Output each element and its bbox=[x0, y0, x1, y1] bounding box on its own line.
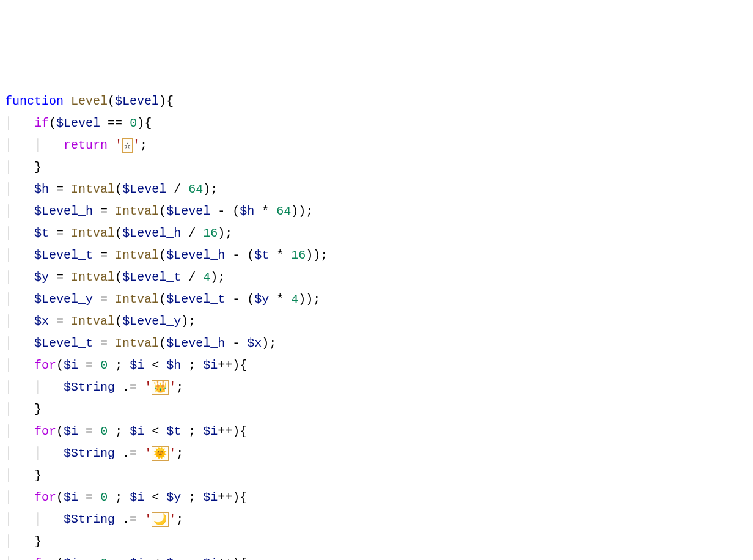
var-y: $y bbox=[166, 490, 181, 504]
crown-icon: 👑 bbox=[152, 380, 169, 395]
var-string: $String bbox=[64, 512, 115, 526]
var-i: $i bbox=[130, 556, 144, 560]
moon-icon: 🌙 bbox=[152, 512, 169, 527]
function-name: Level bbox=[71, 94, 108, 108]
number-zero: 0 bbox=[100, 424, 108, 438]
var-level: $Level bbox=[166, 204, 210, 218]
star-outline-icon: ☆ bbox=[122, 138, 133, 153]
var-i: $i bbox=[130, 424, 144, 438]
number-16: 16 bbox=[291, 248, 306, 262]
fn-intval: Intval bbox=[115, 248, 159, 262]
var-level-h: $Level_h bbox=[166, 248, 225, 262]
var-i: $i bbox=[203, 490, 218, 504]
var-h: $h bbox=[34, 182, 49, 196]
var-level-y: $Level_y bbox=[34, 292, 93, 306]
var-x: $x bbox=[34, 314, 49, 328]
number-64: 64 bbox=[276, 204, 291, 218]
var-t: $t bbox=[34, 226, 49, 240]
fn-intval: Intval bbox=[71, 314, 115, 328]
var-level: $Level bbox=[56, 116, 100, 130]
fn-intval: Intval bbox=[71, 182, 115, 196]
fn-intval: Intval bbox=[71, 226, 115, 240]
var-level: $Level bbox=[122, 182, 166, 196]
number-zero: 0 bbox=[100, 556, 108, 560]
fn-intval: Intval bbox=[71, 270, 115, 284]
var-x: $x bbox=[166, 556, 181, 560]
keyword-for: for bbox=[34, 490, 56, 504]
var-level-t: $Level_t bbox=[166, 292, 225, 306]
var-h: $h bbox=[166, 358, 181, 372]
number-64: 64 bbox=[188, 182, 203, 196]
number-zero: 0 bbox=[100, 490, 108, 504]
var-level-h: $Level_h bbox=[34, 204, 93, 218]
fn-intval: Intval bbox=[115, 204, 159, 218]
var-i: $i bbox=[203, 358, 218, 372]
var-i: $i bbox=[203, 424, 218, 438]
var-i: $i bbox=[130, 358, 144, 372]
var-level-y: $Level_y bbox=[122, 314, 181, 328]
var-level-t: $Level_t bbox=[34, 248, 93, 262]
code-block: function Level($Level){ │ if($Level == 0… bbox=[5, 90, 748, 560]
var-i: $i bbox=[64, 556, 78, 560]
number-zero: 0 bbox=[130, 116, 137, 130]
var-h: $h bbox=[240, 204, 254, 218]
sun-icon: 🌞 bbox=[152, 446, 169, 461]
keyword-return: return bbox=[64, 138, 108, 152]
number-16: 16 bbox=[203, 226, 218, 240]
fn-intval: Intval bbox=[115, 336, 159, 350]
keyword-function: function bbox=[5, 94, 64, 108]
var-i: $i bbox=[64, 358, 78, 372]
var-i: $i bbox=[64, 490, 78, 504]
number-zero: 0 bbox=[100, 358, 108, 372]
var-i: $i bbox=[130, 490, 144, 504]
keyword-for: for bbox=[34, 358, 56, 372]
var-t: $t bbox=[254, 248, 269, 262]
var-x: $x bbox=[247, 336, 262, 350]
var-t: $t bbox=[166, 424, 181, 438]
keyword-for: for bbox=[34, 556, 56, 560]
var-level-t: $Level_t bbox=[122, 270, 181, 284]
number-4: 4 bbox=[291, 292, 298, 306]
var-level-h: $Level_h bbox=[166, 336, 225, 350]
fn-intval: Intval bbox=[115, 292, 159, 306]
var-i: $i bbox=[203, 556, 218, 560]
number-4: 4 bbox=[203, 270, 210, 284]
keyword-if: if bbox=[34, 116, 49, 130]
keyword-for: for bbox=[34, 424, 56, 438]
var-level-h: $Level_h bbox=[122, 226, 181, 240]
var-string: $String bbox=[64, 380, 115, 394]
var-y: $y bbox=[34, 270, 49, 284]
var-y: $y bbox=[254, 292, 269, 306]
var-string: $String bbox=[64, 446, 115, 460]
var-i: $i bbox=[64, 424, 78, 438]
var-level-t: $Level_t bbox=[34, 336, 93, 350]
param-level: $Level bbox=[115, 94, 159, 108]
